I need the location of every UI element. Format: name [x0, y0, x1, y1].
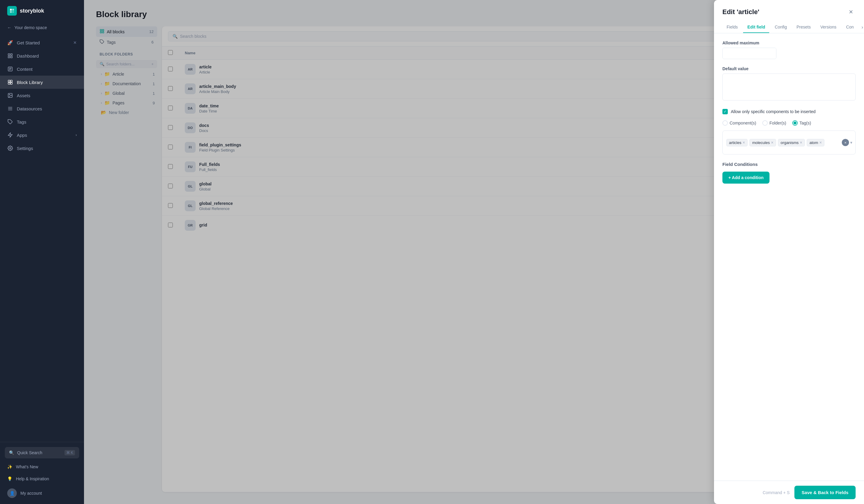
edit-panel: Edit 'article' ✕ Fields Edit field Confi… [714, 0, 864, 504]
tab-presets[interactable]: Presets [792, 22, 815, 33]
radio-label-folders: Folder(s) [769, 121, 786, 125]
sidebar-item-datasources[interactable]: Datasources [0, 102, 84, 115]
tag-label: articles [729, 141, 741, 145]
edit-panel-body: Allowed maximum ▲ ▼ Default value ✓ Allo… [714, 33, 864, 481]
settings-icon [7, 145, 13, 151]
allowed-maximum-input[interactable] [723, 48, 776, 59]
my-account-label: My account [21, 491, 42, 496]
sidebar-item-label: Get Started [17, 40, 40, 45]
sidebar-bottom: 🔍 Quick Search ⌘ K ✨ What's New 💡 Help &… [0, 442, 84, 504]
svg-point-14 [9, 94, 10, 95]
tag-label: organisms [781, 141, 799, 145]
sidebar-item-dashboard[interactable]: Dashboard [0, 49, 84, 62]
allow-specific-checkbox[interactable]: ✓ [722, 109, 728, 114]
radio-folders[interactable]: Folder(s) [762, 120, 786, 126]
tabs-more-icon[interactable]: › [859, 22, 864, 33]
sidebar-item-settings[interactable]: Settings [0, 142, 84, 155]
svg-rect-4 [8, 54, 10, 55]
tags-input-wrap[interactable]: articles × molecules × organisms × atom … [722, 131, 856, 155]
sidebar-item-label: Dashboard [17, 53, 39, 59]
allow-specific-label: Allow only specific components to be ins… [731, 109, 815, 114]
sidebar-item-block-library[interactable]: Block Library [0, 75, 84, 89]
svg-rect-9 [8, 80, 10, 82]
default-value-label: Default value [722, 66, 856, 71]
close-icon[interactable]: ✕ [73, 40, 77, 45]
tab-edit-field[interactable]: Edit field [743, 22, 769, 33]
sidebar-item-whats-new[interactable]: ✨ What's New [0, 461, 84, 473]
avatar: 👤 [7, 488, 17, 498]
datasources-icon [7, 106, 13, 112]
tab-config[interactable]: Config [770, 22, 791, 33]
tags-clear-button[interactable]: × [842, 139, 849, 146]
apps-icon [7, 132, 13, 138]
edit-panel-title: Edit 'article' [722, 8, 759, 16]
tags-input-section: articles × molecules × organisms × atom … [722, 131, 856, 155]
sidebar-item-label: Block Library [17, 80, 43, 85]
sidebar-item-label: Apps [17, 133, 27, 138]
keyboard-shortcut-hint: Command + S [763, 490, 790, 495]
sidebar: storyblok ← Your demo space 🚀 Get Starte… [0, 0, 84, 504]
tag-chip-atom: atom × [807, 139, 824, 146]
svg-rect-1 [12, 9, 14, 11]
search-icon: 🔍 [9, 450, 14, 455]
tag-remove-articles[interactable]: × [743, 141, 745, 145]
field-conditions-section: Field Conditions + Add a condition [722, 162, 856, 184]
arrow-icon: › [75, 133, 77, 137]
radio-components[interactable]: Component(s) [722, 120, 756, 126]
tags-input-actions: × ▾ [842, 139, 852, 146]
space-name: Your demo space [14, 25, 47, 30]
tag-remove-molecules[interactable]: × [771, 141, 773, 145]
keyboard-shortcut: ⌘ K [64, 450, 75, 455]
add-condition-button[interactable]: + Add a condition [722, 171, 769, 184]
sidebar-item-label: Datasources [17, 106, 42, 111]
quick-search[interactable]: 🔍 Quick Search ⌘ K [5, 447, 79, 458]
radio-label-components: Component(s) [730, 121, 756, 125]
whats-new-icon: ✨ [7, 464, 12, 469]
sidebar-item-tags[interactable]: Tags [0, 115, 84, 128]
tab-con[interactable]: Con [842, 22, 858, 33]
svg-rect-0 [10, 9, 12, 11]
save-back-to-fields-button[interactable]: Save & Back to Fields [794, 486, 856, 499]
close-panel-button[interactable]: ✕ [846, 7, 856, 17]
sidebar-item-label: Tags [17, 119, 26, 124]
dashboard-icon [7, 53, 13, 59]
radio-circle-tags [792, 120, 798, 126]
tag-remove-atom[interactable]: × [819, 141, 822, 145]
app-logo[interactable]: storyblok [0, 0, 84, 22]
svg-rect-3 [12, 11, 14, 13]
tag-label: molecules [752, 141, 770, 145]
allowed-maximum-section: Allowed maximum ▲ ▼ [722, 40, 856, 59]
tag-remove-organisms[interactable]: × [800, 141, 802, 145]
sidebar-item-get-started[interactable]: 🚀 Get Started ✕ [0, 36, 84, 49]
sidebar-item-assets[interactable]: Assets [0, 89, 84, 102]
edit-panel-footer: Command + S Save & Back to Fields [714, 481, 864, 504]
svg-rect-7 [11, 56, 12, 58]
get-started-icon: 🚀 [7, 40, 13, 46]
svg-rect-2 [10, 11, 12, 13]
tag-chip-articles: articles × [726, 139, 747, 146]
block-library-icon [7, 79, 13, 85]
tag-chip-molecules: molecules × [749, 139, 776, 146]
main-nav: 🚀 Get Started ✕ Dashboard Content Block … [0, 34, 84, 442]
allow-specific-row: ✓ Allow only specific components to be i… [722, 109, 856, 114]
sidebar-item-label: Settings [17, 146, 33, 151]
default-value-textarea[interactable] [722, 73, 856, 100]
sidebar-item-help-inspiration[interactable]: 💡 Help & Inspiration [0, 473, 84, 485]
sidebar-item-apps[interactable]: Apps › [0, 128, 84, 142]
allowed-maximum-input-wrap: ▲ ▼ [722, 48, 776, 59]
field-conditions-title: Field Conditions [722, 162, 856, 167]
space-selector[interactable]: ← Your demo space [0, 22, 84, 34]
tab-versions[interactable]: Versions [816, 22, 841, 33]
quick-search-label: Quick Search [17, 450, 42, 455]
edit-panel-header: Edit 'article' ✕ [714, 0, 864, 17]
component-type-radio-group: Component(s) Folder(s) Tag(s) [722, 120, 856, 126]
tags-dropdown-icon[interactable]: ▾ [850, 140, 852, 145]
sidebar-item-my-account[interactable]: 👤 My account [0, 485, 84, 502]
radio-tags[interactable]: Tag(s) [792, 120, 811, 126]
svg-rect-6 [8, 56, 10, 58]
svg-point-19 [10, 147, 11, 149]
tab-fields[interactable]: Fields [722, 22, 742, 33]
sidebar-item-content[interactable]: Content [0, 62, 84, 75]
default-value-section: Default value [722, 66, 856, 102]
whats-new-label: What's New [16, 464, 38, 469]
